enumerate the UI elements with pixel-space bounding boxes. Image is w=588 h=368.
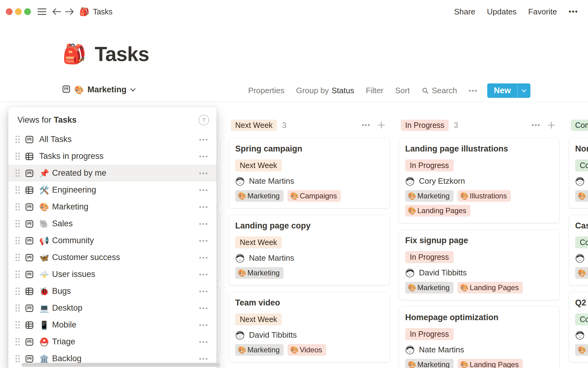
tag-label: Marketing [417, 192, 450, 200]
view-list-item[interactable]: All Tasks ••• [8, 131, 217, 148]
column-status-tag[interactable]: Next Week [231, 120, 277, 131]
card-assignee: Nate Martins [405, 345, 553, 355]
card-title[interactable]: Homepage optimization [405, 312, 553, 323]
drag-handle-icon[interactable] [15, 152, 20, 160]
task-card[interactable]: Landing page copy Next Week Nate Martins [229, 215, 390, 285]
hamburger-menu-icon[interactable] [36, 6, 48, 18]
view-list-item[interactable]: 📌 Created by me ••• [8, 165, 217, 182]
zoom-window-button[interactable] [24, 8, 31, 15]
column-add-card-icon[interactable] [547, 121, 555, 129]
drag-handle-icon[interactable] [15, 355, 20, 363]
drag-handle-icon[interactable] [15, 236, 20, 245]
view-more-icon[interactable]: ••• [199, 203, 209, 211]
new-button[interactable]: New [487, 83, 530, 98]
new-button-label[interactable]: New [487, 83, 517, 98]
view-more-icon[interactable]: ••• [199, 220, 209, 228]
forward-arrow-icon[interactable] [63, 6, 76, 18]
view-list-item[interactable]: 🛠️ Engineering ••• [8, 182, 217, 198]
breadcrumb[interactable]: 🎒 Tasks [79, 7, 112, 16]
view-more-icon[interactable]: ••• [199, 153, 209, 160]
view-more-icon[interactable]: ••• [199, 288, 209, 295]
drag-handle-icon[interactable] [15, 253, 20, 262]
filter-button[interactable]: Filter [366, 86, 384, 95]
views-popup: Views for Tasks ? All Tasks ••• [8, 107, 217, 368]
view-list-item[interactable]: 🐞 Bugs ••• [8, 283, 217, 300]
card-title[interactable]: Fix signup page [405, 235, 553, 246]
favorite-button[interactable]: Favorite [528, 7, 557, 17]
horizontal-scrollbar-thumb[interactable] [21, 363, 220, 367]
view-more-icon[interactable]: ••• [199, 321, 209, 329]
view-list-item[interactable]: ⛑️ Triage ••• [8, 333, 217, 350]
view-more-icon[interactable]: ••• [199, 254, 209, 261]
minimize-window-button[interactable] [15, 8, 22, 15]
view-list-item[interactable]: 🦋 Customer success ••• [8, 249, 217, 266]
share-button[interactable]: Share [454, 7, 475, 17]
sort-button[interactable]: Sort [395, 86, 410, 95]
view-more-icon[interactable]: ••• [199, 338, 209, 346]
view-list-item[interactable]: 📢 Community ••• [8, 232, 217, 249]
view-more-icon[interactable]: ••• [199, 271, 209, 278]
card-title[interactable]: Non [575, 144, 588, 154]
task-card[interactable]: Fix signup page In Progress David Tibbit… [399, 230, 560, 300]
drag-handle-icon[interactable] [15, 321, 20, 329]
view-list-item[interactable]: 🎨 Marketing ••• [8, 198, 217, 215]
new-dropdown-chevron-icon[interactable] [518, 83, 530, 98]
view-name: Customer success [52, 253, 120, 262]
card-title[interactable]: Cas [575, 220, 588, 231]
view-list-item[interactable]: 💻 Desktop ••• [8, 300, 217, 316]
view-list-item[interactable]: Tasks in progress ••• [8, 148, 217, 165]
task-card[interactable]: Q2 r Complete E [569, 292, 588, 362]
view-more-icon[interactable]: ••• [199, 186, 209, 194]
drag-handle-icon[interactable] [15, 220, 20, 228]
more-options-icon[interactable]: ••• [569, 7, 578, 16]
task-card[interactable]: Cas Complete N [569, 215, 588, 285]
back-arrow-icon[interactable] [51, 6, 63, 18]
card-title[interactable]: Landing page illustrations [405, 144, 553, 154]
view-list-item[interactable]: 📱 Mobile ••• [8, 316, 217, 333]
page-title[interactable]: Tasks [95, 42, 149, 66]
board-view-icon [25, 219, 34, 228]
updates-button[interactable]: Updates [487, 7, 517, 17]
view-more-icon[interactable]: ••• [199, 170, 209, 177]
properties-button[interactable]: Properties [248, 86, 285, 95]
drag-handle-icon[interactable] [15, 270, 20, 278]
page-icon[interactable]: 🎒 [62, 44, 86, 63]
column-status-tag[interactable]: In Progress [401, 120, 449, 131]
column-more-icon[interactable]: ••• [532, 121, 541, 129]
view-more-icon[interactable]: ••• [199, 305, 209, 312]
view-options-icon[interactable]: ••• [469, 87, 477, 95]
drag-handle-icon[interactable] [15, 304, 20, 312]
task-card[interactable]: Team video Next Week David Tibbitts [229, 292, 390, 362]
drag-handle-icon[interactable] [15, 338, 20, 346]
drag-handle-icon[interactable] [15, 287, 20, 295]
task-card[interactable]: Spring campaign Next Week Nate Martins [229, 138, 390, 208]
view-name: Community [52, 236, 94, 245]
view-more-icon[interactable]: ••• [199, 355, 209, 362]
close-window-button[interactable] [6, 8, 13, 15]
column-status-tag[interactable]: Complete [571, 120, 588, 131]
view-name: Engineering [52, 185, 96, 195]
task-card[interactable]: Non Complete C [569, 138, 588, 208]
view-more-icon[interactable]: ••• [199, 136, 209, 143]
column-more-icon[interactable]: ••• [362, 121, 371, 129]
card-tag: 🎨 Landing Pages [458, 359, 523, 368]
drag-handle-icon[interactable] [15, 186, 20, 194]
search-button[interactable]: Search [421, 86, 457, 95]
view-list-item[interactable]: 🐘 Sales ••• [8, 215, 217, 232]
view-list-item[interactable]: 🌩️ User issues ••• [8, 266, 217, 283]
group-by-button[interactable]: Group by Status [296, 86, 354, 95]
task-card[interactable]: Homepage optimization In Progress Nate M… [399, 307, 560, 368]
task-card[interactable]: Landing page illustrations In Progress C… [399, 138, 560, 223]
card-title[interactable]: Q2 r [575, 297, 588, 308]
drag-handle-icon[interactable] [15, 135, 20, 144]
drag-handle-icon[interactable] [15, 203, 20, 211]
view-emoji: 🌩️ [39, 270, 52, 279]
view-more-icon[interactable]: ••• [199, 237, 209, 244]
card-title[interactable]: Team video [235, 297, 383, 308]
view-selector[interactable]: 🎨 Marketing [62, 85, 136, 95]
drag-handle-icon[interactable] [15, 169, 20, 177]
card-title[interactable]: Landing page copy [235, 220, 383, 231]
column-add-card-icon[interactable] [377, 121, 385, 129]
card-title[interactable]: Spring campaign [235, 144, 383, 154]
help-icon[interactable]: ? [198, 115, 209, 125]
